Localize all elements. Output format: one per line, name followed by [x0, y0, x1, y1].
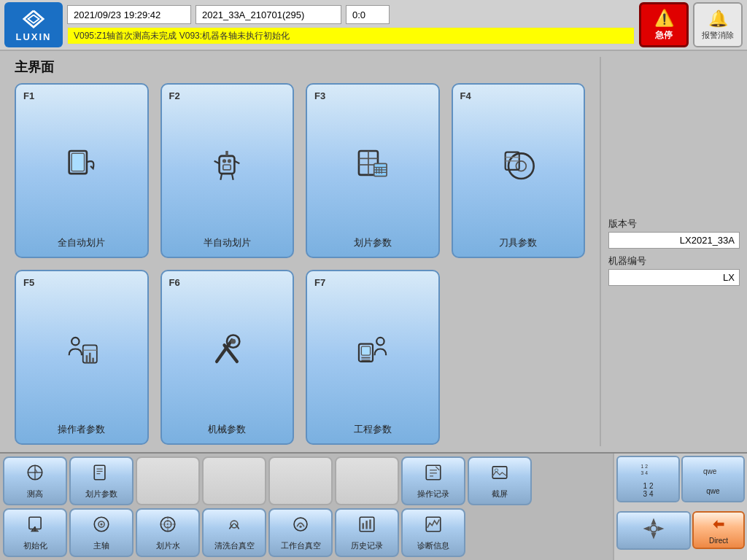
alarm-clear-icon: 🔔	[708, 9, 728, 28]
menu-icon-f2	[169, 146, 286, 192]
right-top-row: 1 2 3 4 1 23 4 qwe qwe	[614, 454, 747, 505]
tool-btn-measure-height[interactable]: 测高	[3, 456, 67, 505]
menu-icon-f7	[314, 332, 431, 378]
tool-label-cut-params: 划片参数	[85, 489, 117, 499]
machine-section: 机器编号 LX	[608, 254, 740, 286]
svg-rect-56	[495, 469, 498, 471]
ems-button[interactable]: ⚠️ 急停	[639, 2, 689, 47]
svg-rect-39	[361, 346, 370, 355]
bottom-toolbar: 测高划片参数操作记录截屏 初始化主轴划片水清洗台真空工作台真空历史记录诊断信息 …	[0, 452, 747, 560]
tool-btn-cut-params[interactable]: 划片参数	[69, 456, 133, 505]
svg-text:1 2: 1 2	[640, 464, 648, 469]
menu-btn-f7[interactable]: F7 工程参数	[306, 270, 440, 445]
svg-rect-1	[71, 153, 84, 171]
svg-rect-46	[94, 465, 105, 480]
svg-line-9	[221, 174, 222, 180]
tool-btn-history[interactable]: 历史记录	[335, 508, 399, 557]
datetime-field: 2021/09/23 19:29:42	[67, 5, 191, 24]
alarm-clear-button[interactable]: 🔔 报警消除	[693, 2, 743, 47]
jobid-field: 2021_33A_210701(295)	[196, 5, 341, 24]
menu-btn-f3[interactable]: F3 划片参数	[306, 83, 440, 258]
ems-icon: ⚠️	[654, 9, 674, 28]
alarm-bar: V095:Z1轴首次测高未完成 V093:机器各轴未执行初始化	[67, 27, 635, 44]
tool-btn-op-log[interactable]: 操作记录	[401, 456, 465, 505]
menu-key-f6: F6	[169, 277, 180, 288]
keyboard-btn[interactable]: qwe qwe	[681, 456, 745, 502]
ems-label: 急停	[655, 29, 673, 42]
svg-marker-82	[713, 520, 724, 529]
tool-icon-clean-vac	[225, 515, 244, 539]
tool-label-op-log: 操作记录	[417, 489, 449, 499]
direct-icon	[710, 516, 727, 537]
version-section: 版本号 LX2021_33A	[608, 217, 740, 249]
numpad-icon: 1 2 3 4	[640, 460, 657, 481]
tool-btn-init[interactable]: 初始化	[3, 508, 67, 557]
tool-icon-init	[26, 515, 44, 539]
version-label: 版本号	[608, 217, 740, 230]
tool-btn-diag[interactable]: 诊断信息	[401, 508, 465, 557]
menu-key-f3: F3	[314, 90, 325, 101]
tool-icon-screenshot	[490, 463, 509, 487]
svg-marker-80	[657, 526, 664, 531]
tool-label-init: 初始化	[23, 541, 47, 551]
menu-key-f2: F2	[169, 90, 180, 101]
logo-text: LUXIN	[16, 31, 52, 42]
menu-btn-f4[interactable]: F4 刀具参数	[452, 83, 586, 258]
menu-icon-f5	[23, 332, 140, 378]
svg-point-27	[71, 338, 79, 345]
tool-btn-clean-vac[interactable]: 清洗台真空	[202, 508, 266, 557]
header: LUXIN 2021/09/23 19:29:42 2021_33A_21070…	[0, 0, 747, 51]
machine-label: 机器编号	[608, 254, 740, 268]
tool-btn-spindle[interactable]: 主轴	[69, 508, 133, 557]
tool-btn-empty3	[268, 456, 333, 505]
tool-btn-cut-water[interactable]: 划片水	[136, 508, 200, 557]
tool-label-clean-vac: 清洗台真空	[214, 541, 255, 551]
page-title: 主界面	[15, 58, 585, 76]
menu-btn-f6[interactable]: F6 机械参数	[160, 270, 295, 445]
tool-btn-screenshot[interactable]: 截屏	[468, 456, 532, 505]
menu-label-f7: 工程参数	[314, 423, 431, 436]
menu-label-f3: 划片参数	[314, 236, 431, 249]
svg-marker-78	[651, 532, 656, 539]
menu-label-f2: 半自动划片	[169, 236, 286, 249]
svg-point-68	[299, 525, 301, 527]
svg-point-3	[222, 159, 226, 163]
coords-field: 0:0	[346, 5, 390, 24]
direct-btn[interactable]: Direct	[692, 511, 745, 549]
tool-label-spindle: 主轴	[93, 541, 109, 551]
keyboard-label: qwe	[706, 487, 719, 495]
menu-key-f5: F5	[23, 277, 34, 288]
svg-line-10	[232, 174, 233, 180]
nav-icon	[640, 516, 667, 545]
menu-icon-f1	[23, 146, 140, 192]
menu-key-f1: F1	[23, 90, 34, 101]
menu-icon-f3	[314, 146, 431, 192]
menu-grid: F1 全自动划片 F2 半自动划片 F3 划片参数 F4 刀具参数 F5 操作者…	[15, 83, 585, 445]
menu-label-f4: 刀具参数	[460, 236, 577, 249]
menu-btn-f2[interactable]: F2 半自动划片	[160, 83, 295, 258]
menu-label-f5: 操作者参数	[23, 423, 140, 436]
svg-point-81	[651, 525, 657, 532]
svg-text:3 4: 3 4	[640, 470, 648, 475]
menu-label-f1: 全自动划片	[23, 236, 140, 249]
menu-icon-f6	[169, 332, 286, 378]
toolbar-row-1: 测高划片参数操作记录截屏	[3, 456, 610, 505]
tool-label-work-vac: 工作台真空	[281, 541, 321, 551]
keyboard-icon: qwe	[702, 464, 725, 481]
svg-marker-79	[643, 526, 650, 531]
numpad-btn[interactable]: 1 2 3 4 1 23 4	[616, 456, 680, 502]
right-panel: 版本号 LX2021_33A 机器编号 LX	[601, 51, 747, 452]
svg-text:qwe: qwe	[703, 467, 717, 475]
tool-label-diag: 诊断信息	[417, 541, 449, 551]
version-value: LX2021_33A	[608, 232, 740, 249]
svg-point-37	[376, 338, 384, 345]
svg-point-61	[100, 523, 102, 525]
menu-btn-f5[interactable]: F5 操作者参数	[15, 270, 149, 445]
tool-btn-empty4	[335, 456, 399, 505]
tool-icon-cut-water	[158, 515, 177, 539]
tool-btn-work-vac[interactable]: 工作台真空	[268, 508, 333, 557]
nav-btn[interactable]	[616, 511, 691, 550]
menu-label-f6: 机械参数	[169, 423, 286, 436]
menu-btn-f1[interactable]: F1 全自动划片	[15, 83, 149, 258]
svg-point-35	[231, 339, 236, 344]
